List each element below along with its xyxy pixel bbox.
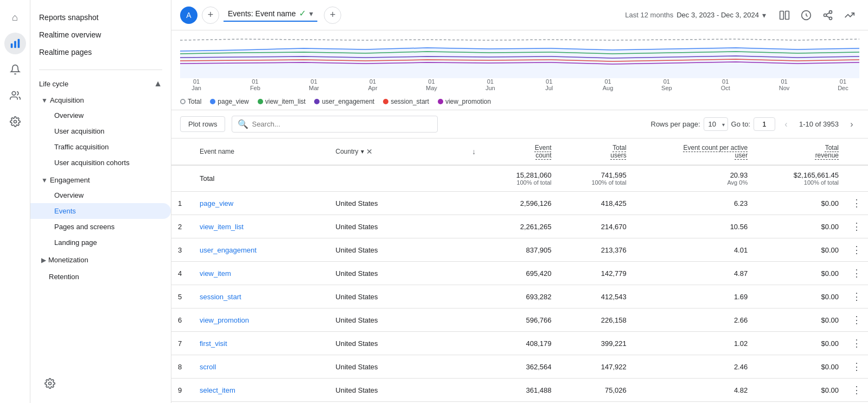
row-5-revenue: $0.00 [754,285,845,308]
sidebar-item-realtime-overview[interactable]: Realtime overview [30,26,171,43]
monetization-group-label[interactable]: ▶ Monetization [30,253,171,267]
legend-session-start[interactable]: session_start [383,98,429,105]
add-report-button[interactable]: + [202,7,219,24]
legend-user-engagement[interactable]: user_engagement [314,98,374,105]
row-2-total-users: 214,670 [558,215,633,238]
row-7-more-icon[interactable]: ⋮ [852,338,861,349]
row-3-more-icon[interactable]: ⋮ [852,244,861,255]
row-5-more-icon[interactable]: ⋮ [852,291,861,302]
row-9-more[interactable]: ⋮ [845,379,868,402]
engagement-group-label[interactable]: ▼ Engagement [30,173,171,187]
row-7-num: 7 [171,332,193,355]
row-9-event-link[interactable]: select_item [200,386,235,394]
row-1-more-icon[interactable]: ⋮ [852,198,861,209]
total-total-users: 741,595 100% of total [558,165,633,192]
row-3-event-link[interactable]: user_engagement [200,246,257,254]
table-row: 8 scroll United States 362,564 147,922 2… [171,355,868,379]
row-4-more-icon[interactable]: ⋮ [852,268,861,279]
legend-view-promotion[interactable]: view_promotion [438,98,491,105]
trend-icon[interactable] [840,5,859,25]
row-2-more[interactable]: ⋮ [845,215,868,238]
share-icon[interactable] [818,5,838,25]
row-1-event-link[interactable]: page_view [200,199,233,207]
row-5-event-link[interactable]: session_start [200,293,241,301]
th-event-count[interactable]: Eventcount [482,138,558,165]
sidebar-item-user-acquisition[interactable]: User acquisition [30,123,171,139]
legend-view-item-list-label: view_item_list [265,98,306,105]
country-filter[interactable]: Country ▾ ✕ [336,147,373,156]
row-6-event-link[interactable]: view_promotion [200,316,249,324]
sidebar-item-engagement-overview[interactable]: Overview [30,187,171,203]
row-3-num: 3 [171,238,193,262]
search-box[interactable]: 🔍 [232,116,438,133]
people-icon[interactable] [4,85,26,106]
x-label-feb: 01Feb [239,78,271,91]
row-4-more[interactable]: ⋮ [845,262,868,285]
row-2-event-link[interactable]: view_item_list [200,223,244,231]
row-2-more-icon[interactable]: ⋮ [852,221,861,232]
pagination-next-button[interactable]: › [844,117,859,132]
settings-rail-icon[interactable] [4,111,26,133]
row-7-more[interactable]: ⋮ [845,332,868,355]
legend-total[interactable]: Total [180,98,201,105]
row-8-more-icon[interactable]: ⋮ [852,361,861,372]
row-5-more[interactable]: ⋮ [845,285,868,308]
row-8-event-link[interactable]: scroll [200,363,216,371]
table-row: 4 view_item United States 695,420 142,77… [171,262,868,285]
sidebar-item-reports-snapshot[interactable]: Reports snapshot [30,9,171,26]
engagement-expand-icon: ▼ [41,177,48,184]
row-6-more[interactable]: ⋮ [845,308,868,332]
row-6-total-users: 226,158 [558,308,633,332]
row-5-event-count-per-user: 1.69 [633,285,755,308]
sidebar-item-user-acquisition-cohorts[interactable]: User acquisition cohorts [30,155,171,171]
row-6-more-icon[interactable]: ⋮ [852,314,861,325]
retention-group-label[interactable]: Retention [30,269,171,284]
search-input[interactable] [252,120,432,128]
plot-rows-button[interactable]: Plot rows [180,116,225,132]
total-country [329,165,465,192]
th-event-count-per-user[interactable]: Event count per activeuser [633,138,755,165]
date-range-selector[interactable]: Last 12 months Dec 3, 2023 - Dec 3, 2024… [625,11,766,20]
tab-caret-icon[interactable]: ▾ [309,9,313,18]
th-sort-arrow[interactable]: ↓ [465,138,482,165]
row-4-num: 4 [171,262,193,285]
legend-view-item-list[interactable]: view_item_list [258,98,306,105]
analytics-icon[interactable] [4,33,26,54]
sidebar-item-pages-and-screens[interactable]: Pages and screens [30,219,171,235]
sidebar-item-traffic-acquisition[interactable]: Traffic acquisition [30,139,171,155]
rows-per-page-select-wrap: 10 25 50 [704,117,728,131]
pagination-prev-button[interactable]: ‹ [778,117,794,132]
settings-icon[interactable] [39,373,61,394]
svg-rect-6 [780,11,784,19]
th-total-users[interactable]: Totalusers [558,138,633,165]
row-1-more[interactable]: ⋮ [845,192,868,215]
row-8-more[interactable]: ⋮ [845,355,868,379]
th-event-name[interactable]: Event name [193,138,329,165]
row-9-more-icon[interactable]: ⋮ [852,385,861,395]
legend-page-view[interactable]: page_view [210,98,248,105]
rows-per-page-select[interactable]: 10 25 50 [704,117,728,131]
lifecycle-section-header[interactable]: Life cycle ▲ [30,74,171,93]
svg-point-3 [12,92,16,96]
alerts-icon[interactable] [4,59,26,80]
add-tab-button[interactable]: + [324,7,341,24]
country-filter-clear-icon[interactable]: ✕ [366,147,373,156]
acquisition-group-label[interactable]: ▼ Acquisition [30,93,171,108]
avatar[interactable]: A [180,7,197,24]
sidebar-item-acquisition-overview[interactable]: Overview [30,108,171,123]
comparison-icon[interactable] [775,5,794,25]
sidebar-item-realtime-pages[interactable]: Realtime pages [30,43,171,61]
row-4-event-link[interactable]: view_item [200,269,231,278]
insights-icon[interactable] [796,5,816,25]
acquisition-group: ▼ Acquisition Overview User acquisition … [30,93,171,171]
sidebar-item-landing-page[interactable]: Landing page [30,235,171,250]
goto-input[interactable] [754,117,775,131]
row-7-event-link[interactable]: first_visit [200,339,227,348]
home-icon[interactable]: ⌂ [4,7,26,28]
goto-label: Go to: [731,120,750,128]
th-country[interactable]: Country ▾ ✕ [329,138,465,165]
sidebar-item-events[interactable]: Events [30,203,171,219]
th-total-revenue[interactable]: Totalrevenue [754,138,845,165]
engagement-group: ▼ Engagement Overview Events Pages and s… [30,173,171,250]
row-3-more[interactable]: ⋮ [845,238,868,262]
